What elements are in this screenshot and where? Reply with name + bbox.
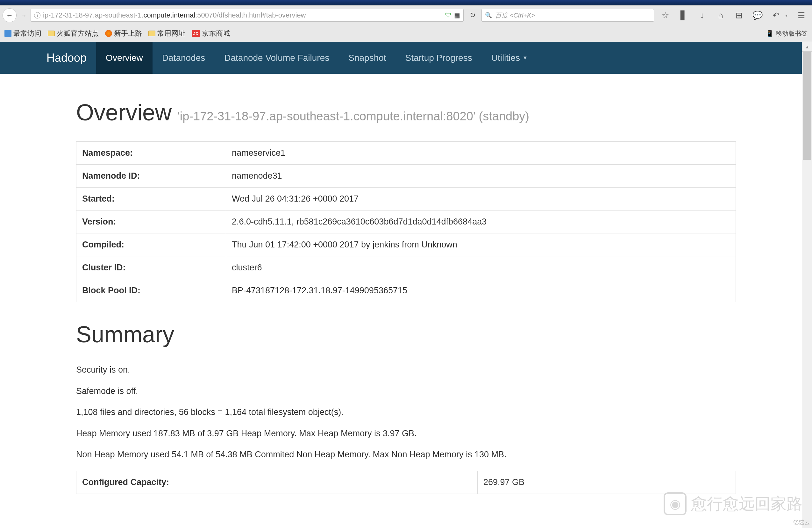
scrollbar-track[interactable]: ▴ (802, 42, 812, 528)
reload-icon: ↻ (470, 11, 475, 19)
overview-row: Block Pool ID:BP-473187128-172.31.18.97-… (76, 279, 736, 302)
summary-line: Safemode is off. (76, 385, 736, 398)
overview-row-value: cluster6 (226, 256, 736, 279)
bookmark-label: 最常访问 (13, 29, 41, 38)
qr-icon[interactable]: ▦ (454, 12, 460, 19)
overview-row: Compiled:Thu Jun 01 17:42:00 +0000 2017 … (76, 233, 736, 256)
scrollbar-thumb[interactable] (803, 52, 811, 160)
nav-startup-progress[interactable]: Startup Progress (396, 42, 482, 74)
hadoop-brand[interactable]: Hadoop (37, 42, 96, 74)
summary-line: Security is on. (76, 363, 736, 376)
bookmark-label: 京东商城 (202, 29, 230, 38)
nav-snapshot[interactable]: Snapshot (339, 42, 395, 74)
undo-icon[interactable]: ↶ (767, 8, 785, 23)
bookmark-label: 新手上路 (114, 29, 142, 38)
page-subtitle: 'ip-172-31-18-97.ap-southeast-1.compute.… (178, 110, 530, 123)
search-bar[interactable]: 🔍 百度 <Ctrl+K> (481, 9, 654, 22)
back-button[interactable]: ← (2, 8, 17, 22)
nav-overview[interactable]: Overview (96, 42, 153, 74)
chat-icon[interactable]: 💬 (748, 8, 767, 23)
summary-line: 1,108 files and directories, 56 blocks =… (76, 406, 736, 419)
dropdown-arrow-icon[interactable]: ▾ (785, 13, 793, 18)
overview-row: Cluster ID:cluster6 (76, 256, 736, 279)
summary-row-label: Configured Capacity: (76, 471, 478, 494)
overview-row-value: namenode31 (226, 165, 736, 188)
menu-icon[interactable]: ☰ (793, 11, 810, 20)
page-content: Overview 'ip-172-31-18-97.ap-southeast-1… (39, 74, 773, 506)
summary-line: Non Heap Memory used 54.1 MB of 54.38 MB… (76, 448, 736, 461)
forward-arrow-icon: → (20, 12, 27, 19)
page-title: Overview (76, 100, 172, 125)
summary-table: Configured Capacity:269.97 GB (76, 471, 736, 494)
summary-line: Heap Memory used 187.83 MB of 3.97 GB He… (76, 427, 736, 440)
summary-row: Configured Capacity:269.97 GB (76, 471, 736, 494)
reload-button[interactable]: ↻ (467, 10, 478, 21)
bookmark-label: 常用网址 (157, 29, 185, 38)
bookmark-common-urls[interactable]: 常用网址 (148, 29, 185, 38)
address-row: ← → i ip-172-31-18-97.ap-southeast-1.com… (0, 5, 812, 25)
overview-row-value: nameservice1 (226, 142, 736, 165)
mobile-bookmarks-label: 移动版书签 (776, 29, 808, 38)
url-host: compute.internal (144, 11, 195, 19)
bookmark-jd-mall[interactable]: JD 京东商城 (192, 29, 230, 38)
overview-row: Namespace:nameservice1 (76, 142, 736, 165)
shield-icon[interactable]: 🛡 (445, 12, 451, 19)
nav-datanodes[interactable]: Datanodes (153, 42, 215, 74)
overview-row-label: Block Pool ID: (76, 279, 226, 302)
bookmark-firefox-official[interactable]: 火狐官方站点 (48, 29, 99, 38)
nav-datanode-volume-failures[interactable]: Datanode Volume Failures (215, 42, 339, 74)
back-arrow-icon: ← (6, 11, 13, 19)
overview-row-label: Started: (76, 188, 226, 211)
overview-row-label: Compiled: (76, 233, 226, 256)
folder-icon (148, 31, 155, 36)
summary-title: Summary (76, 321, 736, 347)
search-placeholder: 百度 <Ctrl+K> (495, 11, 535, 20)
sidebar-icon[interactable]: ▋ (675, 8, 693, 23)
nav-utilities[interactable]: Utilities ▼ (482, 42, 537, 74)
search-icon: 🔍 (485, 12, 492, 19)
overview-row-label: Namenode ID: (76, 165, 226, 188)
title-row: Overview 'ip-172-31-18-97.ap-southeast-1… (76, 99, 736, 126)
overview-row: Namenode ID:namenode31 (76, 165, 736, 188)
overview-row-label: Namespace: (76, 142, 226, 165)
browser-chrome: ← → i ip-172-31-18-97.ap-southeast-1.com… (0, 5, 812, 42)
info-icon[interactable]: i (34, 12, 41, 18)
nav-utilities-label: Utilities (491, 53, 520, 63)
toolbar-icons: ☆ ▋ ↓ ⌂ ⊞ 💬 ↶ ▾ ☰ (656, 8, 810, 23)
overview-row-value: Wed Jul 26 04:31:26 +0000 2017 (226, 188, 736, 211)
bookmark-star-icon[interactable]: ☆ (656, 8, 675, 23)
home-icon[interactable]: ⌂ (711, 8, 730, 23)
bookmark-label: 火狐官方站点 (57, 29, 99, 38)
bookmark-getting-started[interactable]: 新手上路 (105, 29, 142, 38)
url-prefix: ip-172-31-18-97.ap-southeast-1. (43, 11, 144, 19)
firefox-icon (105, 30, 112, 37)
jd-icon: JD (192, 30, 200, 37)
browser-top-bar (0, 0, 812, 5)
jigsaw-icon[interactable]: ⊞ (730, 8, 748, 23)
overview-row-label: Cluster ID: (76, 256, 226, 279)
grid-icon (4, 30, 12, 37)
overview-row-label: Version: (76, 211, 226, 233)
scrollbar-up-button[interactable]: ▴ (802, 42, 812, 52)
chevron-down-icon: ▼ (523, 55, 528, 61)
mobile-icon: 📱 (766, 30, 774, 37)
overview-row-value: Thu Jun 01 17:42:00 +0000 2017 by jenkin… (226, 233, 736, 256)
url-text: ip-172-31-18-97.ap-southeast-1.compute.i… (43, 11, 443, 19)
summary-row-value: 269.97 GB (478, 471, 736, 494)
folder-icon (48, 31, 55, 36)
url-suffix: :50070/dfshealth.html#tab-overview (195, 11, 306, 19)
overview-row: Version:2.6.0-cdh5.11.1, rb581c269ca3610… (76, 211, 736, 233)
mobile-bookmarks[interactable]: 📱 移动版书签 (766, 29, 808, 38)
bookmark-most-visited[interactable]: 最常访问 (4, 29, 41, 38)
address-bar[interactable]: i ip-172-31-18-97.ap-southeast-1.compute… (31, 9, 464, 22)
forward-button: → (18, 8, 29, 22)
bookmarks-bar: 最常访问 火狐官方站点 新手上路 常用网址 JD 京东商城 📱 移动版书签 (0, 25, 812, 42)
overview-table: Namespace:nameservice1Namenode ID:nameno… (76, 141, 736, 302)
overview-row: Started:Wed Jul 26 04:31:26 +0000 2017 (76, 188, 736, 211)
downloads-icon[interactable]: ↓ (693, 8, 711, 23)
hadoop-navbar: Hadoop Overview Datanodes Datanode Volum… (0, 42, 812, 74)
overview-row-value: 2.6.0-cdh5.11.1, rb581c269ca3610c603b6d7… (226, 211, 736, 233)
overview-row-value: BP-473187128-172.31.18.97-1499095365715 (226, 279, 736, 302)
